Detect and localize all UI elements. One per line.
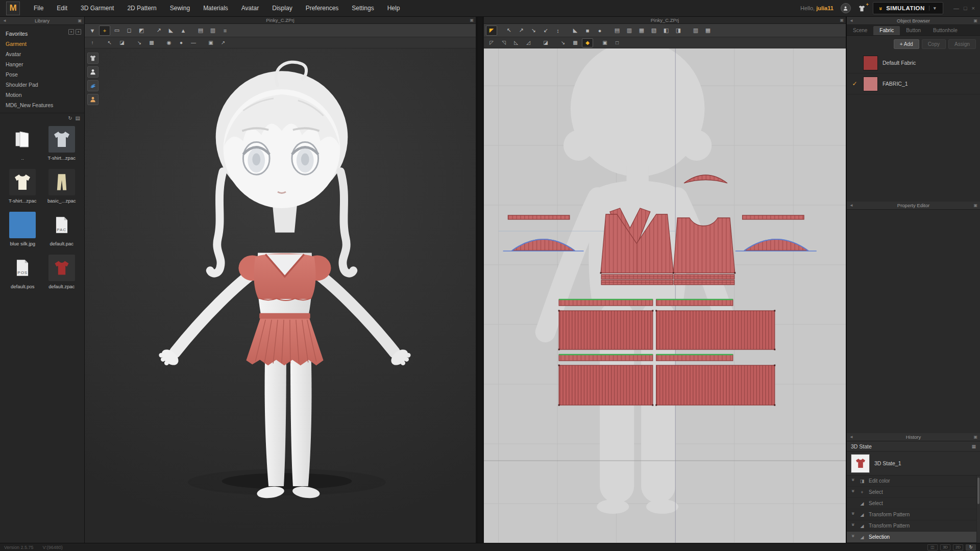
pin-tool[interactable]: ↗ xyxy=(153,26,164,36)
minimize-button[interactable]: — xyxy=(953,5,959,11)
library-item-tshirt-gray[interactable]: T-shirt...zpac xyxy=(43,126,81,161)
undock-icon[interactable]: ▣ xyxy=(470,17,474,24)
menu-preferences[interactable]: Preferences xyxy=(299,5,346,12)
edit-sewing-tool[interactable]: ◪ xyxy=(540,38,551,47)
menu-2d-pattern[interactable]: 2D Pattern xyxy=(120,5,163,12)
library-item-default-zpac[interactable]: default.zpac xyxy=(43,255,81,289)
select-move-tool[interactable]: + xyxy=(99,26,110,36)
add-folder-icon[interactable]: + xyxy=(76,29,81,35)
menu-3d-garment[interactable]: 3D Garment xyxy=(74,5,120,12)
trace-tool[interactable]: ◧ xyxy=(660,26,672,36)
show-fabric-toggle[interactable] xyxy=(87,80,99,91)
select-button-tool[interactable]: ◉ xyxy=(163,38,175,47)
history-entry[interactable]: » ◢ Transform Pattern xyxy=(847,509,980,520)
specify-dart-tool[interactable]: ▧ xyxy=(648,26,659,36)
drag-garment-tool[interactable]: ◣ xyxy=(165,26,177,36)
copy-fabric-button[interactable]: Copy xyxy=(922,39,946,49)
lasso-selection-tool[interactable]: ◻ xyxy=(124,26,135,36)
fit-garment-tool[interactable]: ▲ xyxy=(178,26,189,36)
canvas-3d[interactable] xyxy=(85,48,476,543)
texture-checker-3d-tool[interactable]: ▩ xyxy=(146,38,157,47)
tab-fabric[interactable]: Fabric xyxy=(873,26,900,35)
cut-sew-tool[interactable]: ◨ xyxy=(673,26,684,36)
library-category-md6-new-features[interactable]: MD6_New Features xyxy=(0,100,84,110)
mn-free-sewing-tool[interactable]: ◿ xyxy=(523,38,534,47)
library-item-default-pos[interactable]: POS default.pos xyxy=(4,255,41,289)
show-garment-toggle[interactable] xyxy=(87,53,99,64)
history-scrollbar[interactable] xyxy=(976,475,980,543)
arrangement-points-toggle[interactable]: ▤ xyxy=(195,26,206,36)
transform-pattern-tool[interactable]: ◤ xyxy=(486,26,497,36)
rectangle-selection-tool[interactable]: ▭ xyxy=(111,26,122,36)
edit-round-corner-tool[interactable]: ↕ xyxy=(552,26,564,36)
menu-help[interactable]: Help xyxy=(381,5,407,12)
library-item-tshirt-white[interactable]: T-shirt...zpac xyxy=(4,169,41,204)
tab-button[interactable]: Button xyxy=(900,26,927,35)
history-entry[interactable]: » ◨ Edit color xyxy=(847,475,980,487)
select-pin-tool[interactable]: ↖ xyxy=(104,38,115,47)
menu-display[interactable]: Display xyxy=(265,5,299,12)
polygon-tool[interactable]: ◣ xyxy=(570,26,581,36)
pattern-piece-strap-right[interactable] xyxy=(743,215,804,219)
history-entry-selected[interactable]: » ◢ Selection xyxy=(847,532,980,543)
collapse-icon[interactable]: ◄ xyxy=(849,435,853,439)
more-3d-tools[interactable]: ≡ xyxy=(219,26,231,36)
history-entry[interactable]: » ◢ Transform Pattern xyxy=(847,520,980,532)
lasso-pattern-select-tool[interactable]: □ xyxy=(611,38,623,47)
avatar-head[interactable] xyxy=(210,62,354,273)
pattern-piece-skirt-lower-left[interactable] xyxy=(559,365,653,405)
history-entry[interactable]: ◢ Select xyxy=(847,498,980,509)
pattern-piece-hem-band-right[interactable] xyxy=(656,355,733,361)
history-entry[interactable]: » + Select xyxy=(847,487,980,498)
circle-tool[interactable]: ● xyxy=(594,26,605,36)
library-category-hanger[interactable]: Hanger xyxy=(0,59,84,69)
app-logo[interactable]: M xyxy=(6,2,20,15)
add-garment-icon[interactable]: + xyxy=(858,5,866,12)
pattern-piece-hem-band-left[interactable] xyxy=(559,355,653,361)
edit-curvature-tool[interactable]: ↗ xyxy=(516,26,527,36)
texture-checker-tool[interactable]: ▩ xyxy=(570,38,581,47)
add-favorite-icon[interactable]: + xyxy=(68,29,74,35)
avatar-crop-top[interactable] xyxy=(238,254,331,300)
grain-line-tool[interactable]: ◆ xyxy=(582,38,593,47)
mesh-selection-tool[interactable]: ◩ xyxy=(136,26,147,36)
undock-icon[interactable]: ▣ xyxy=(973,435,977,439)
pattern-piece-skirt-upper-right[interactable] xyxy=(656,311,775,349)
mn-segment-sewing-tool[interactable]: ◺ xyxy=(510,38,522,47)
fabric-row-fabric-1[interactable]: ✓ FABRIC_1 xyxy=(847,73,980,94)
library-category-avatar[interactable]: Avatar xyxy=(0,49,84,59)
pattern-piece-strap-left[interactable] xyxy=(508,215,569,219)
maximize-button[interactable]: □ xyxy=(964,5,967,11)
edit-curve-point-tool[interactable]: ↘ xyxy=(528,26,539,36)
library-category-pose[interactable]: Pose xyxy=(0,69,84,80)
add-point-tool[interactable]: ↙ xyxy=(540,26,551,36)
pattern-canvas[interactable] xyxy=(484,48,846,543)
avatar-3d[interactable] xyxy=(85,48,476,543)
pleats-fold-tool[interactable]: ▥ xyxy=(690,26,701,36)
3d-window-button[interactable]: 3D xyxy=(940,544,950,550)
menu-settings[interactable]: Settings xyxy=(345,5,380,12)
2d-window-button[interactable]: 2D xyxy=(953,544,963,550)
library-item-parent-folder[interactable]: .. xyxy=(4,126,41,161)
fabric-row-default[interactable]: Default Fabric xyxy=(847,53,980,73)
select-fabric-tool[interactable]: ↘ xyxy=(557,38,569,47)
split-view-button[interactable]: ◫ xyxy=(927,544,938,550)
seam-line-tool[interactable]: — xyxy=(188,38,199,47)
menu-avatar[interactable]: Avatar xyxy=(235,5,265,12)
tab-scene[interactable]: Scene xyxy=(847,26,873,35)
library-item-blue-silk[interactable]: blue silk.jpg xyxy=(4,212,41,246)
edit-sewing-3d-tool[interactable]: ◪ xyxy=(116,38,128,47)
canvas-2d[interactable] xyxy=(484,48,846,543)
history-state-item[interactable]: 3D State_1 xyxy=(847,452,980,475)
add-button-tool[interactable]: ● xyxy=(176,38,187,47)
menu-sewing[interactable]: Sewing xyxy=(163,5,197,12)
segment-sewing-tool[interactable]: ◸ xyxy=(486,38,497,47)
assign-fabric-button[interactable]: Assign xyxy=(948,39,976,49)
viewport-2d[interactable]: Pinky_C.ZPrj ▣ ◤↖↗↘↙↕◣■●▤▥▦▧◧◨▥▦ ◸◹◺◿◪↘▩… xyxy=(482,17,846,543)
add-state-icon[interactable]: ▦ xyxy=(971,444,976,449)
avatar-pose-tool[interactable]: ↑ xyxy=(87,38,98,47)
undock-icon[interactable]: ▣ xyxy=(840,17,844,24)
pattern-piece-skirt-upper-left[interactable] xyxy=(559,311,653,349)
viewport-3d[interactable]: Pinky_C.ZPrj ▣ ▼+▭◻◩↗◣▲▤▥≡ ↑↖◪↘▩◉●—▣↗ xyxy=(85,17,478,543)
pattern-piece-waistband-right[interactable] xyxy=(656,299,733,306)
